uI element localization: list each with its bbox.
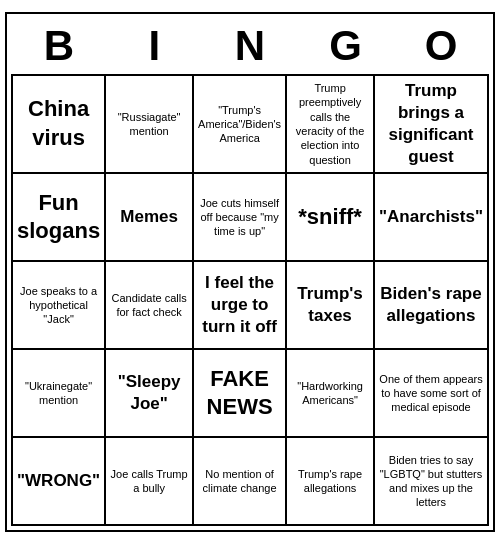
bingo-cell-1[interactable]: "Russiagate" mention <box>106 76 194 174</box>
letter-b: B <box>14 22 104 70</box>
bingo-cell-24[interactable]: Biden tries to say "LGBTQ" but stutters … <box>375 438 489 526</box>
bingo-cell-3[interactable]: Trump preemptively calls the veracity of… <box>287 76 375 174</box>
bingo-cell-6[interactable]: Memes <box>106 174 194 262</box>
bingo-cell-19[interactable]: One of them appears to have some sort of… <box>375 350 489 438</box>
letter-g: G <box>301 22 391 70</box>
bingo-cell-22[interactable]: No mention of climate change <box>194 438 287 526</box>
bingo-cell-2[interactable]: "Trump's America"/Biden's America <box>194 76 287 174</box>
bingo-cell-5[interactable]: Fun slogans <box>13 174 106 262</box>
bingo-cell-18[interactable]: "Hardworking Americans" <box>287 350 375 438</box>
bingo-cell-21[interactable]: Joe calls Trump a bully <box>106 438 194 526</box>
letter-n: N <box>205 22 295 70</box>
bingo-grid: China virus"Russiagate" mention"Trump's … <box>11 74 489 526</box>
letter-o: O <box>396 22 486 70</box>
bingo-cell-9[interactable]: "Anarchists" <box>375 174 489 262</box>
bingo-cell-16[interactable]: "Sleepy Joe" <box>106 350 194 438</box>
bingo-cell-4[interactable]: Trump brings a significant guest <box>375 76 489 174</box>
bingo-cell-23[interactable]: Trump's rape allegations <box>287 438 375 526</box>
bingo-cell-0[interactable]: China virus <box>13 76 106 174</box>
letter-i: I <box>109 22 199 70</box>
bingo-cell-7[interactable]: Joe cuts himself off because "my time is… <box>194 174 287 262</box>
bingo-card: B I N G O China virus"Russiagate" mentio… <box>5 12 495 532</box>
bingo-cell-8[interactable]: *sniff* <box>287 174 375 262</box>
bingo-cell-11[interactable]: Candidate calls for fact check <box>106 262 194 350</box>
bingo-cell-10[interactable]: Joe speaks to a hypothetical "Jack" <box>13 262 106 350</box>
bingo-header: B I N G O <box>11 18 489 74</box>
bingo-cell-12[interactable]: I feel the urge to turn it off <box>194 262 287 350</box>
bingo-cell-13[interactable]: Trump's taxes <box>287 262 375 350</box>
bingo-cell-15[interactable]: "Ukrainegate" mention <box>13 350 106 438</box>
bingo-cell-17[interactable]: FAKE NEWS <box>194 350 287 438</box>
bingo-cell-20[interactable]: "WRONG" <box>13 438 106 526</box>
bingo-cell-14[interactable]: Biden's rape allegations <box>375 262 489 350</box>
